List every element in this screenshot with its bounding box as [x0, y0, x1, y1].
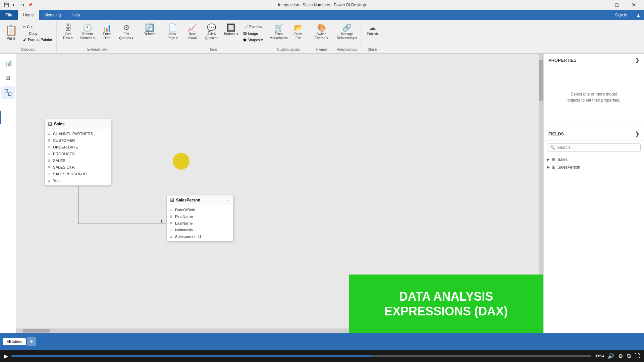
salesperson-table-card[interactable]: ⊞ SalesPerson ··· ≡ DateOfBirth ≡ FirstN…: [166, 195, 233, 242]
buttons-button[interactable]: 🔲 Buttons ▾: [222, 23, 240, 37]
tab-home[interactable]: Home: [18, 10, 39, 20]
from-file-button[interactable]: 📂 FromFile: [289, 23, 308, 41]
field-products[interactable]: ≡ PRODUCTS: [45, 150, 111, 157]
tab-modeling[interactable]: Modeling: [39, 10, 66, 20]
sidebar-icon-data[interactable]: ⊞: [1, 71, 15, 84]
salesperson-table-body: ≡ DateOfBirth ≡ FirstName ≡ LastName ≡ N…: [167, 205, 233, 241]
enter-data-button[interactable]: 📊 EnterData: [98, 23, 116, 41]
dax-text: DATA ANALYSIS EXPRESSIONS (DAX): [384, 289, 508, 318]
image-button[interactable]: 🖼 Image: [241, 31, 265, 36]
redo-icon[interactable]: ↪: [19, 1, 26, 9]
salesperson-table-icon: ⊞: [170, 197, 174, 203]
maximize-button[interactable]: □: [609, 0, 625, 10]
fields-panel: FIELDS ❯ 🔍 ▶ ⊞ Sales ▶ ⊞ SalesPerson: [544, 127, 644, 333]
video-timestamp: 00:54: [595, 354, 604, 358]
tab-help[interactable]: Help: [66, 10, 85, 20]
window-title: Introduction - Sales Numbers - Power BI …: [278, 3, 366, 7]
collapse-ribbon-button[interactable]: ▲: [633, 10, 644, 20]
volume-icon[interactable]: 🔊: [607, 353, 614, 359]
refresh-button[interactable]: 🔄 Refresh: [140, 23, 159, 37]
fields-search-box[interactable]: 🔍: [547, 143, 641, 152]
bottom-tab-bar: All tables +: [0, 333, 644, 350]
sales-expand-icon: ▶: [547, 158, 550, 161]
shapes-button[interactable]: ⬟ Shapes ▾: [241, 37, 265, 43]
text-box-button[interactable]: 📝 Text box: [241, 24, 265, 30]
svg-text:1: 1: [160, 219, 163, 224]
sales-field-icon: ⊞: [552, 157, 555, 162]
cut-button[interactable]: ✂ Cut: [21, 24, 54, 30]
sidebar-icon-report[interactable]: 📊: [1, 56, 15, 70]
paste-button[interactable]: 📋 Paste: [2, 23, 20, 41]
save-icon[interactable]: 💾: [3, 1, 10, 9]
fields-search-input[interactable]: [557, 145, 638, 150]
field-salesperson-id2[interactable]: ≡ Salesperson Id: [167, 233, 233, 240]
field-firstname[interactable]: ≡ FirstName: [167, 213, 233, 220]
titlebar: 💾 ↩ ↪ 📌 Introduction - Sales Numbers - P…: [0, 0, 644, 10]
sales-table-menu[interactable]: ···: [104, 122, 108, 126]
sales-table-card[interactable]: ⊞ Sales ··· ≡ CHANNEL PARTNERS ≡ CUSTOME…: [44, 119, 111, 186]
play-button[interactable]: ▶: [4, 353, 8, 359]
copy-button[interactable]: 📄 Copy: [21, 31, 54, 36]
field-year[interactable]: ≡ Year: [45, 177, 111, 184]
fields-tree: ▶ ⊞ Sales ▶ ⊞ SalesPerson: [544, 154, 644, 172]
recent-sources-button[interactable]: 🕘 RecentSources ▾: [78, 23, 97, 41]
field-sales-qtr[interactable]: ≡ SALES QTR: [45, 164, 111, 171]
switch-theme-button[interactable]: 🎨 SwitchTheme ▾: [312, 23, 331, 41]
tree-item-salesperson[interactable]: ▶ ⊞ SalesPerson: [544, 163, 644, 171]
salesperson-field-label: SalesPerson: [557, 165, 580, 170]
field-lastname[interactable]: ≡ LastName: [167, 220, 233, 227]
format-painter-button[interactable]: 🖌 Format Painter: [21, 37, 54, 42]
fields-expand-button[interactable]: ❯: [635, 131, 639, 137]
sidebar-icon-model[interactable]: [1, 86, 15, 99]
ribbon-tabs: File Home Modeling Help Sign in ▲: [0, 10, 644, 20]
close-button[interactable]: ✕: [626, 0, 641, 10]
titlebar-icons[interactable]: 💾 ↩ ↪ 📌: [3, 1, 34, 9]
from-marketplace-button[interactable]: 🛒 FromMarketplace: [269, 23, 288, 41]
tree-item-sales[interactable]: ▶ ⊞ Sales: [544, 156, 644, 163]
field-salesperson-id[interactable]: ≡ SALESPERSON ID: [45, 171, 111, 177]
new-visual-button[interactable]: 📈 NewVisual: [183, 23, 202, 41]
video-controls-right: 🔊 ⚙ ⧉ ⛶: [607, 353, 640, 359]
video-progress-bar[interactable]: [11, 355, 591, 357]
sign-in-button[interactable]: Sign in: [609, 10, 633, 20]
publish-button[interactable]: ☁ Publish: [363, 23, 382, 37]
salesperson-table-header[interactable]: ⊞ SalesPerson ···: [167, 195, 233, 205]
undo-icon[interactable]: ↩: [11, 1, 18, 9]
picture-in-picture-icon[interactable]: ⧉: [627, 353, 631, 359]
salesperson-table-title: SalesPerson: [176, 198, 200, 202]
properties-title: PROPERTIES: [548, 58, 577, 63]
field-channel-partners[interactable]: ≡ CHANNEL PARTNERS: [45, 130, 111, 137]
window-controls[interactable]: − □ ✕: [592, 0, 641, 10]
sales-table-title: Sales: [54, 122, 64, 126]
field-order-date[interactable]: ≡ ORDER DATE: [45, 144, 111, 150]
search-icon: 🔍: [550, 145, 555, 150]
canvas[interactable]: 1 ⊞ Sales ··· ≡ CHANNEL PARTNERS ≡ CUSTO…: [16, 54, 543, 333]
get-data-button[interactable]: 🗄 GetData ▾: [59, 23, 77, 41]
salesperson-field-icon: ⊞: [552, 165, 555, 170]
edit-queries-button[interactable]: ⚙ EditQueries ▾: [117, 23, 136, 41]
tab-file[interactable]: File: [0, 10, 18, 20]
properties-expand-button[interactable]: ❯: [635, 57, 639, 63]
ask-question-button[interactable]: 💬 Ask AQuestion: [202, 23, 221, 41]
fullscreen-icon[interactable]: ⛶: [635, 353, 640, 359]
field-nationality[interactable]: ≡ Nationality: [167, 227, 233, 233]
new-page-button[interactable]: 📄 NewPage ▾: [163, 23, 182, 41]
pin-icon[interactable]: 📌: [27, 1, 34, 9]
add-tab-button[interactable]: +: [27, 337, 36, 346]
svg-rect-1: [8, 93, 11, 96]
salesperson-table-menu[interactable]: ···: [226, 198, 230, 202]
field-sales[interactable]: ≡ SALES: [45, 157, 111, 164]
sales-table-header[interactable]: ⊞ Sales ···: [45, 119, 111, 129]
themes-group: 🎨 SwitchTheme ▾ Themes: [310, 21, 333, 52]
video-bar: ▶ 00:54 🔊 ⚙ ⧉ ⛶: [0, 350, 644, 362]
left-sidebar: 📊 ⊞: [0, 54, 16, 333]
all-tables-tab[interactable]: All tables: [3, 338, 26, 345]
svg-line-2: [8, 91, 8, 94]
field-dob[interactable]: ≡ DateOfBirth: [167, 206, 233, 213]
settings-icon[interactable]: ⚙: [618, 353, 623, 359]
field-customer[interactable]: ≡ CUSTOMER: [45, 137, 111, 144]
minimize-button[interactable]: −: [592, 0, 608, 10]
video-progress-fill: [11, 355, 371, 357]
manage-relationships-button[interactable]: 🔗 ManageRelationships: [335, 23, 359, 41]
salesperson-expand-icon: ▶: [547, 165, 550, 169]
